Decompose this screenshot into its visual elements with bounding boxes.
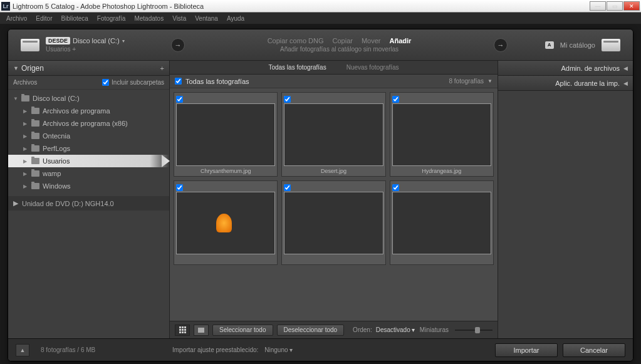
thumbnail-cell[interactable] <box>390 180 494 265</box>
thumbnail-image[interactable] <box>392 103 491 166</box>
triangle-right-icon: ▶ <box>23 108 28 114</box>
menu-editor[interactable]: Editor <box>32 14 56 23</box>
tab-todas-las-fotografías[interactable]: Todas las fotografías <box>264 62 330 73</box>
triangle-left-icon: ◀ <box>623 65 628 71</box>
source-drive[interactable]: Disco local (C:) <box>73 37 120 44</box>
close-button[interactable]: ✕ <box>623 1 640 11</box>
select-all-checkbox[interactable] <box>175 78 182 85</box>
folder-usuarios[interactable]: ▶Usuarios <box>8 155 169 167</box>
folder-icon <box>31 145 39 152</box>
folder-icon <box>31 133 39 139</box>
loupe-view-button[interactable] <box>194 325 209 336</box>
minimize-button[interactable]: — <box>590 1 606 11</box>
folder-tree: ▼ Disco local (C:) ▶Archivos de programa… <box>8 90 169 338</box>
sort-dropdown[interactable]: Desactivado ▾ <box>376 326 415 333</box>
preview-panel: Todas las fotografíasNuevas fotografías … <box>170 61 498 338</box>
tree-root[interactable]: ▼ Disco local (C:) <box>8 92 169 105</box>
triangle-down-icon: ▼ <box>13 96 18 101</box>
menu-ayuda[interactable]: Ayuda <box>223 14 248 23</box>
menu-archivo[interactable]: Archivo <box>3 14 31 23</box>
include-subfolders-checkbox[interactable]: Incluir subcarpetas <box>102 79 164 86</box>
action-copiar-como-dng[interactable]: Copiar como DNG <box>268 37 324 44</box>
thumbnail-image[interactable] <box>176 192 275 254</box>
menu-bar: ArchivoEditorBibliotecaFotografíaMetadat… <box>0 13 641 24</box>
thumbnail-image[interactable] <box>176 103 275 166</box>
thumbnail-cell[interactable]: Hydrangeas.jpg <box>390 92 494 177</box>
import-stats: 8 fotografías / 6 MB <box>41 346 172 353</box>
folder-icon <box>31 183 39 189</box>
triangle-right-icon: ▶ <box>23 133 28 139</box>
menu-ventana[interactable]: Ventana <box>191 14 222 23</box>
folder-icon <box>31 108 39 114</box>
photo-checkbox[interactable] <box>284 96 291 103</box>
tab-nuevas-fotografías[interactable]: Nuevas fotografías <box>343 62 403 73</box>
folder-archivos-de-programa[interactable]: ▶Archivos de programa <box>8 105 169 117</box>
folder-wamp[interactable]: ▶wamp <box>8 167 169 180</box>
photo-checkbox[interactable] <box>176 184 183 191</box>
window-titlebar: Lr Lightroom 5 Catalog - Adobe Photoshop… <box>0 0 641 13</box>
deselect-all-button[interactable]: Deseleccionar todo <box>277 325 345 336</box>
folder-icon <box>21 95 29 101</box>
thumbnail-image[interactable] <box>392 192 491 254</box>
preset-dropdown[interactable]: Ninguno ▾ <box>264 346 293 353</box>
folder-perflogs[interactable]: ▶PerfLogs <box>8 142 169 155</box>
thumbnail-cell[interactable]: Chrysanthemum.jpg <box>174 92 278 177</box>
maximize-button[interactable]: ▭ <box>607 1 623 11</box>
triangle-right-icon: ▶ <box>23 184 28 189</box>
thumbnail-image[interactable] <box>284 192 383 254</box>
app-icon: Lr <box>1 2 10 11</box>
menu-vista[interactable]: Vista <box>169 14 190 23</box>
thumbnail-cell[interactable] <box>281 180 385 265</box>
thumbnail-cell[interactable]: Desert.jpg <box>281 92 385 177</box>
triangle-down-icon[interactable]: ▼ <box>487 78 492 84</box>
expand-button[interactable]: ▲ <box>16 344 29 356</box>
menu-fotografía[interactable]: Fotografía <box>93 14 130 23</box>
thumbnail-image[interactable] <box>284 103 383 166</box>
menu-metadatos[interactable]: Metadatos <box>130 14 167 23</box>
action-copiar[interactable]: Copiar <box>333 37 353 44</box>
thumbnail-cell[interactable] <box>174 180 278 265</box>
source-breadcrumb[interactable]: Usuarios + <box>46 46 125 53</box>
import-button[interactable]: Importar <box>495 343 558 357</box>
action-añadir[interactable]: Añadir <box>389 37 411 44</box>
triangle-right-icon: ▶ <box>23 121 28 127</box>
folder-windows[interactable]: ▶Windows <box>8 180 169 192</box>
settings-panel: Admin. de archivos◀Aplic. durante la imp… <box>498 61 633 338</box>
triangle-down-icon: ▼ <box>13 65 19 71</box>
folder-archivos-de-programa-x86-[interactable]: ▶Archivos de programa (x86) <box>8 117 169 130</box>
dropdown-icon[interactable]: ▾ <box>122 38 125 44</box>
folder-ontecnia[interactable]: ▶Ontecnia <box>8 130 169 142</box>
menu-biblioteca[interactable]: Biblioteca <box>57 14 91 23</box>
photo-checkbox[interactable] <box>176 96 183 103</box>
panel-header-admin-de-archivos[interactable]: Admin. de archivos◀ <box>498 61 633 76</box>
grid-view-button[interactable] <box>175 325 190 336</box>
panel-header-aplic-durante-la-imp-[interactable]: Aplic. durante la imp.◀ <box>498 76 633 91</box>
add-source-button[interactable]: + <box>160 65 164 72</box>
import-dialog: DESDE Disco local (C:) ▾ Usuarios + → Co… <box>8 29 633 361</box>
import-header: DESDE Disco local (C:) ▾ Usuarios + → Co… <box>8 29 633 61</box>
folder-icon <box>31 170 39 177</box>
photo-checkbox[interactable] <box>284 184 291 191</box>
import-footer: ▲ 8 fotografías / 6 MB Importar ajuste p… <box>8 338 633 361</box>
arrow-right-button[interactable]: → <box>494 38 508 52</box>
arrow-right-button[interactable]: → <box>171 38 185 52</box>
preview-toolbar: Seleccionar todo Deseleccionar todo Orde… <box>170 321 498 338</box>
hdd-icon <box>21 39 39 51</box>
tree-dvd[interactable]: ▶ Unidad de DVD (D:) NGH14.0 <box>8 196 169 211</box>
action-mover[interactable]: Mover <box>362 37 381 44</box>
catalog-key-badge: A <box>545 41 554 49</box>
hdd-icon <box>602 39 620 51</box>
preview-tabs: Todas las fotografíasNuevas fotografías <box>170 61 498 75</box>
all-photos-header: Todas las fotografías 8 fotografías ▼ <box>170 75 498 88</box>
panel-header-origen[interactable]: ▼ Origen + <box>8 61 169 76</box>
from-badge: DESDE <box>46 37 70 44</box>
photo-checkbox[interactable] <box>392 184 399 191</box>
action-hint: Añadir fotografías al catálogo sin mover… <box>280 46 399 53</box>
photo-checkbox[interactable] <box>392 96 399 103</box>
thumbnail-size-slider[interactable] <box>455 330 492 331</box>
filename: Hydrangeas.jpg <box>392 168 491 174</box>
cancel-button[interactable]: Cancelar <box>563 343 625 357</box>
select-all-button[interactable]: Seleccionar todo <box>212 325 273 336</box>
import-actions: Copiar como DNGCopiarMoverAñadir <box>268 37 412 44</box>
triangle-right-icon: ▶ <box>23 171 28 177</box>
